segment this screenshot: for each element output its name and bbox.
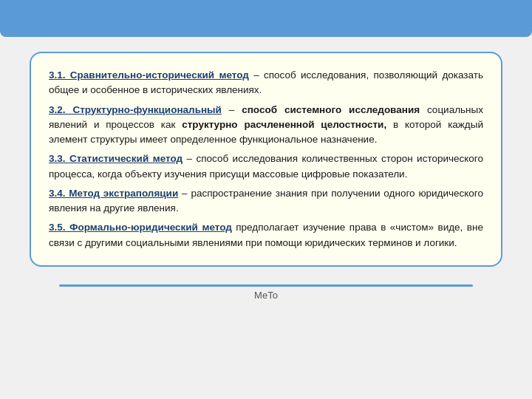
item-3-2: 3.2. Структурно-функциональный – способ …	[49, 103, 483, 148]
text-3-2b: способ системного исследования	[242, 104, 420, 115]
heading-3-2: 3.2. Структурно-функциональный	[49, 104, 222, 115]
heading-3-1: 3.1. Сравнительно-исторический метод	[49, 69, 249, 81]
meto-label: MeTo	[254, 290, 278, 301]
text-3-2a: –	[229, 104, 242, 115]
heading-3-5: 3.5. Формально-юридический метод	[49, 222, 232, 233]
item-3-3: 3.3. Статистический метод – способ иссле…	[49, 151, 483, 182]
item-3-5: 3.5. Формально-юридический метод предпол…	[49, 220, 483, 250]
item-3-1: 3.1. Сравнительно-исторический метод – с…	[49, 68, 483, 98]
top-bar	[0, 0, 532, 37]
heading-3-4: 3.4. Метод экстраполяции	[49, 188, 178, 199]
content-card: 3.1. Сравнительно-исторический метод – с…	[30, 52, 502, 267]
bottom-divider	[59, 284, 473, 287]
item-3-4: 3.4. Метод экстраполяции – распространен…	[49, 186, 483, 216]
heading-3-3: 3.3. Статистический метод	[49, 153, 183, 164]
text-3-2d: структурно расчлененной целостности,	[182, 119, 386, 130]
page-wrapper: 3.1. Сравнительно-исторический метод – с…	[15, 44, 517, 308]
